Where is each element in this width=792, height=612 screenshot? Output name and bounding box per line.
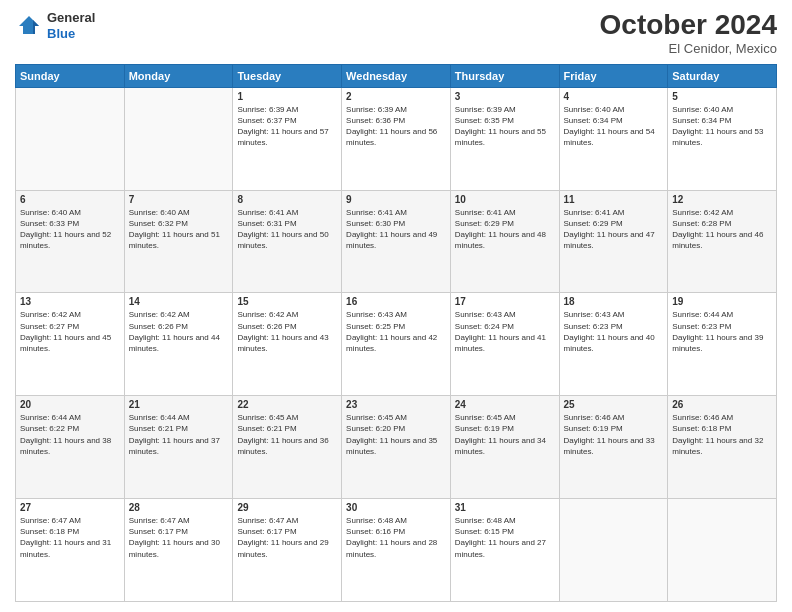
week-row: 13Sunrise: 6:42 AMSunset: 6:27 PMDayligh… (16, 293, 777, 396)
calendar-cell: 16Sunrise: 6:43 AMSunset: 6:25 PMDayligh… (342, 293, 451, 396)
calendar-cell: 13Sunrise: 6:42 AMSunset: 6:27 PMDayligh… (16, 293, 125, 396)
day-number: 9 (346, 194, 446, 205)
calendar-cell: 12Sunrise: 6:42 AMSunset: 6:28 PMDayligh… (668, 190, 777, 293)
cell-details: Sunrise: 6:47 AMSunset: 6:17 PMDaylight:… (237, 515, 337, 560)
calendar-cell: 29Sunrise: 6:47 AMSunset: 6:17 PMDayligh… (233, 499, 342, 602)
calendar-cell: 17Sunrise: 6:43 AMSunset: 6:24 PMDayligh… (450, 293, 559, 396)
title-block: October 2024 El Cenidor, Mexico (600, 10, 777, 56)
cell-details: Sunrise: 6:43 AMSunset: 6:23 PMDaylight:… (564, 309, 664, 354)
calendar-cell: 26Sunrise: 6:46 AMSunset: 6:18 PMDayligh… (668, 396, 777, 499)
cell-details: Sunrise: 6:39 AMSunset: 6:37 PMDaylight:… (237, 104, 337, 149)
cell-details: Sunrise: 6:44 AMSunset: 6:21 PMDaylight:… (129, 412, 229, 457)
cell-details: Sunrise: 6:43 AMSunset: 6:24 PMDaylight:… (455, 309, 555, 354)
week-row: 6Sunrise: 6:40 AMSunset: 6:33 PMDaylight… (16, 190, 777, 293)
calendar-cell: 11Sunrise: 6:41 AMSunset: 6:29 PMDayligh… (559, 190, 668, 293)
day-number: 6 (20, 194, 120, 205)
cell-details: Sunrise: 6:45 AMSunset: 6:20 PMDaylight:… (346, 412, 446, 457)
calendar-cell: 15Sunrise: 6:42 AMSunset: 6:26 PMDayligh… (233, 293, 342, 396)
logo: General Blue (15, 10, 95, 41)
cell-details: Sunrise: 6:46 AMSunset: 6:19 PMDaylight:… (564, 412, 664, 457)
cell-details: Sunrise: 6:42 AMSunset: 6:28 PMDaylight:… (672, 207, 772, 252)
calendar-cell: 20Sunrise: 6:44 AMSunset: 6:22 PMDayligh… (16, 396, 125, 499)
day-number: 17 (455, 296, 555, 307)
weekday-header: Sunday (16, 64, 125, 87)
calendar-cell: 3Sunrise: 6:39 AMSunset: 6:35 PMDaylight… (450, 87, 559, 190)
header: General Blue October 2024 El Cenidor, Me… (15, 10, 777, 56)
cell-details: Sunrise: 6:45 AMSunset: 6:19 PMDaylight:… (455, 412, 555, 457)
calendar-cell: 24Sunrise: 6:45 AMSunset: 6:19 PMDayligh… (450, 396, 559, 499)
day-number: 10 (455, 194, 555, 205)
weekday-header-row: SundayMondayTuesdayWednesdayThursdayFrid… (16, 64, 777, 87)
week-row: 20Sunrise: 6:44 AMSunset: 6:22 PMDayligh… (16, 396, 777, 499)
day-number: 25 (564, 399, 664, 410)
day-number: 12 (672, 194, 772, 205)
cell-details: Sunrise: 6:42 AMSunset: 6:26 PMDaylight:… (129, 309, 229, 354)
day-number: 4 (564, 91, 664, 102)
weekday-header: Thursday (450, 64, 559, 87)
day-number: 30 (346, 502, 446, 513)
logo-general: General (47, 10, 95, 26)
cell-details: Sunrise: 6:41 AMSunset: 6:31 PMDaylight:… (237, 207, 337, 252)
day-number: 22 (237, 399, 337, 410)
page: General Blue October 2024 El Cenidor, Me… (0, 0, 792, 612)
cell-details: Sunrise: 6:48 AMSunset: 6:15 PMDaylight:… (455, 515, 555, 560)
day-number: 16 (346, 296, 446, 307)
location: El Cenidor, Mexico (600, 41, 777, 56)
day-number: 14 (129, 296, 229, 307)
day-number: 31 (455, 502, 555, 513)
day-number: 19 (672, 296, 772, 307)
logo-icon (15, 12, 43, 40)
week-row: 27Sunrise: 6:47 AMSunset: 6:18 PMDayligh… (16, 499, 777, 602)
cell-details: Sunrise: 6:40 AMSunset: 6:32 PMDaylight:… (129, 207, 229, 252)
calendar-cell (124, 87, 233, 190)
day-number: 5 (672, 91, 772, 102)
day-number: 27 (20, 502, 120, 513)
week-row: 1Sunrise: 6:39 AMSunset: 6:37 PMDaylight… (16, 87, 777, 190)
day-number: 26 (672, 399, 772, 410)
calendar-cell: 7Sunrise: 6:40 AMSunset: 6:32 PMDaylight… (124, 190, 233, 293)
cell-details: Sunrise: 6:48 AMSunset: 6:16 PMDaylight:… (346, 515, 446, 560)
calendar-cell (559, 499, 668, 602)
day-number: 7 (129, 194, 229, 205)
weekday-header: Wednesday (342, 64, 451, 87)
day-number: 2 (346, 91, 446, 102)
day-number: 29 (237, 502, 337, 513)
calendar-cell: 22Sunrise: 6:45 AMSunset: 6:21 PMDayligh… (233, 396, 342, 499)
cell-details: Sunrise: 6:44 AMSunset: 6:22 PMDaylight:… (20, 412, 120, 457)
cell-details: Sunrise: 6:43 AMSunset: 6:25 PMDaylight:… (346, 309, 446, 354)
cell-details: Sunrise: 6:47 AMSunset: 6:17 PMDaylight:… (129, 515, 229, 560)
day-number: 11 (564, 194, 664, 205)
calendar-cell: 28Sunrise: 6:47 AMSunset: 6:17 PMDayligh… (124, 499, 233, 602)
day-number: 18 (564, 296, 664, 307)
calendar-cell: 1Sunrise: 6:39 AMSunset: 6:37 PMDaylight… (233, 87, 342, 190)
cell-details: Sunrise: 6:47 AMSunset: 6:18 PMDaylight:… (20, 515, 120, 560)
day-number: 15 (237, 296, 337, 307)
calendar-cell: 10Sunrise: 6:41 AMSunset: 6:29 PMDayligh… (450, 190, 559, 293)
cell-details: Sunrise: 6:42 AMSunset: 6:27 PMDaylight:… (20, 309, 120, 354)
day-number: 8 (237, 194, 337, 205)
day-number: 23 (346, 399, 446, 410)
weekday-header: Friday (559, 64, 668, 87)
cell-details: Sunrise: 6:46 AMSunset: 6:18 PMDaylight:… (672, 412, 772, 457)
calendar-cell (668, 499, 777, 602)
day-number: 3 (455, 91, 555, 102)
calendar-cell: 6Sunrise: 6:40 AMSunset: 6:33 PMDaylight… (16, 190, 125, 293)
day-number: 13 (20, 296, 120, 307)
calendar-cell: 30Sunrise: 6:48 AMSunset: 6:16 PMDayligh… (342, 499, 451, 602)
logo-blue: Blue (47, 26, 95, 42)
calendar-cell (16, 87, 125, 190)
calendar-cell: 14Sunrise: 6:42 AMSunset: 6:26 PMDayligh… (124, 293, 233, 396)
calendar-cell: 9Sunrise: 6:41 AMSunset: 6:30 PMDaylight… (342, 190, 451, 293)
cell-details: Sunrise: 6:42 AMSunset: 6:26 PMDaylight:… (237, 309, 337, 354)
calendar-cell: 25Sunrise: 6:46 AMSunset: 6:19 PMDayligh… (559, 396, 668, 499)
logo-text: General Blue (47, 10, 95, 41)
calendar-cell: 5Sunrise: 6:40 AMSunset: 6:34 PMDaylight… (668, 87, 777, 190)
cell-details: Sunrise: 6:39 AMSunset: 6:36 PMDaylight:… (346, 104, 446, 149)
calendar: SundayMondayTuesdayWednesdayThursdayFrid… (15, 64, 777, 602)
cell-details: Sunrise: 6:45 AMSunset: 6:21 PMDaylight:… (237, 412, 337, 457)
day-number: 21 (129, 399, 229, 410)
calendar-cell: 19Sunrise: 6:44 AMSunset: 6:23 PMDayligh… (668, 293, 777, 396)
calendar-cell: 23Sunrise: 6:45 AMSunset: 6:20 PMDayligh… (342, 396, 451, 499)
cell-details: Sunrise: 6:41 AMSunset: 6:29 PMDaylight:… (455, 207, 555, 252)
cell-details: Sunrise: 6:41 AMSunset: 6:30 PMDaylight:… (346, 207, 446, 252)
